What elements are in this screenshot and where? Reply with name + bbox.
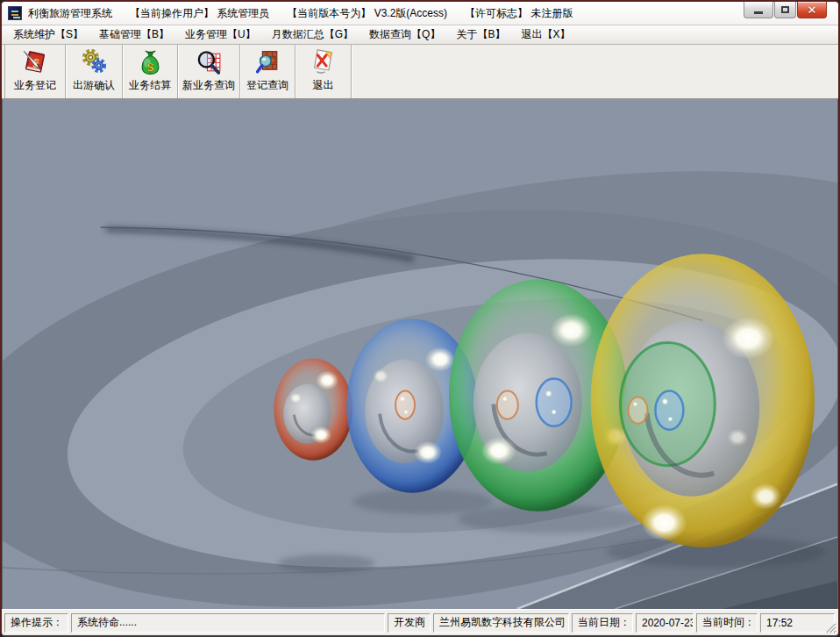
app-title: 利衡旅游管理系统 (28, 6, 112, 21)
toolbar-button-tour-confirm[interactable]: 出游确认 (66, 45, 123, 98)
magnifier-grid-icon (195, 47, 224, 76)
status-developer-value: 兰州易凯数字科技有限公司 (433, 613, 569, 633)
maximize-button[interactable] (774, 2, 796, 18)
exit-page-icon (309, 47, 338, 76)
version-info: 【当前版本号为】 V3.2版(Access) (287, 6, 447, 21)
window-controls: ✕ (744, 2, 827, 18)
status-hint-label: 操作提示： (4, 613, 68, 633)
status-developer-label: 开发商： (388, 613, 431, 633)
status-text: 兰州易凯数字科技有限公司 (439, 615, 566, 630)
menu-item-about[interactable]: 关于【B】 (448, 25, 513, 45)
ledger-book-icon: § (21, 47, 50, 76)
status-text: 系统待命...... (77, 615, 137, 630)
titlebar[interactable]: 利衡旅游管理系统 【当前操作用户】 系统管理员 【当前版本号为】 V3.2版(A… (2, 2, 838, 25)
menu-item-monthly-summary[interactable]: 月数据汇总【G】 (264, 25, 361, 45)
toolbar: § 业务登记 出游确认 $ (2, 45, 838, 99)
status-text: 操作提示： (11, 615, 63, 630)
status-text: 17:52 (766, 617, 793, 629)
minimize-icon (754, 11, 763, 14)
toolbar-button-new-business-query[interactable]: 新业务查询 (178, 45, 240, 98)
status-hint-value: 系统待命...... (71, 613, 385, 633)
toolbar-button-label: 业务结算 (129, 78, 171, 93)
menu-bar: 系统维护【S】 基础管理【B】 业务管理【U】 月数据汇总【G】 数据查询【Q】… (2, 25, 838, 45)
app-window: 利衡旅游管理系统 【当前操作用户】 系统管理员 【当前版本号为】 V3.2版(A… (0, 0, 840, 637)
money-bag-icon: $ (136, 47, 165, 76)
status-text: 当前时间： (702, 615, 755, 630)
close-icon: ✕ (808, 4, 817, 16)
maximize-icon (781, 6, 789, 13)
current-user-info: 【当前操作用户】 系统管理员 (130, 6, 269, 21)
toolbar-button-label: 登记查询 (246, 78, 288, 93)
gears-icon (80, 47, 109, 76)
status-date-label: 当前日期： (572, 613, 633, 633)
toolbar-button-label: 出游确认 (73, 78, 115, 93)
menu-item-base-management[interactable]: 基础管理【B】 (91, 25, 177, 45)
status-text: 当前日期： (578, 615, 630, 630)
status-text: 2020-07-23 (642, 617, 694, 629)
database-search-icon (253, 47, 282, 76)
status-bar: 操作提示： 系统待命...... 开发商： 兰州易凯数字科技有限公司 当前日期：… (2, 609, 838, 635)
license-info: 【许可标志】 未注册版 (465, 6, 573, 21)
menu-item-data-query[interactable]: 数据查询【Q】 (361, 25, 448, 45)
toolbar-button-label: 业务登记 (14, 78, 56, 93)
status-text: 开发商： (394, 615, 431, 630)
minimize-button[interactable] (744, 2, 773, 18)
toolbar-button-business-settle[interactable]: $ 业务结算 (123, 45, 178, 98)
app-logo-icon (8, 6, 22, 20)
resize-grip[interactable] (824, 621, 836, 633)
toolbar-button-label: 新业务查询 (182, 78, 235, 93)
toolbar-button-business-register[interactable]: § 业务登记 (4, 45, 66, 98)
menu-item-system-maintenance[interactable]: 系统维护【S】 (5, 25, 91, 45)
toolbar-button-register-query[interactable]: 登记查询 (240, 45, 295, 98)
menu-item-exit[interactable]: 退出【X】 (513, 25, 578, 45)
svg-text:$: $ (146, 61, 153, 74)
menu-item-business-management[interactable]: 业务管理【U】 (177, 25, 264, 45)
toolbar-button-label: 退出 (313, 78, 334, 93)
close-button[interactable]: ✕ (797, 2, 827, 18)
status-time-label: 当前时间： (696, 613, 758, 633)
main-viewport (2, 99, 838, 609)
toolbar-button-exit[interactable]: 退出 (295, 45, 352, 98)
wallpaper-3d-spheres (3, 99, 837, 609)
status-date-value: 2020-07-23 (636, 613, 694, 633)
